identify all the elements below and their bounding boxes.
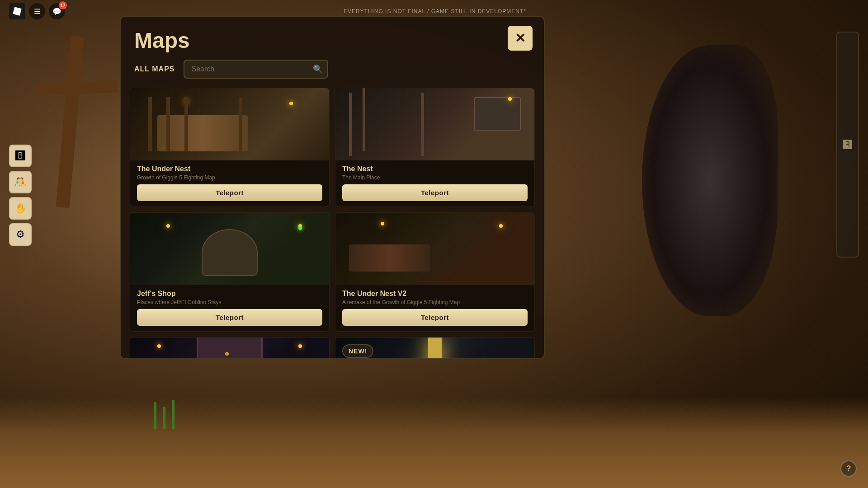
help-button[interactable]: ? [840,460,857,477]
map-info-nest: The Nest The Main Place. [335,160,534,184]
background-cross [36,36,127,217]
map-info-under-nest: The Under Nest Growth of Giggle 5 Fighti… [130,160,329,184]
teleport-button-under-nest[interactable]: Teleport [137,184,322,201]
maps-grid-container[interactable]: The Under Nest Growth of Giggle 5 Fighti… [121,85,544,358]
map-name-under-nest: The Under Nest [137,165,322,173]
notification-button[interactable]: 💬 17 [49,3,65,19]
sidebar-icon-hand[interactable]: ✋ [9,197,32,220]
lamp-light [166,224,170,228]
lamp-light-right [298,344,302,348]
map-desc-under-nest: Growth of Giggle 5 Fighting Map [137,174,322,181]
map-name-nest: The Nest [342,165,528,173]
map-desc-under-nest-v2: A remake of the Growth of Giggle 5 Fight… [342,299,528,305]
lamp-light [184,99,188,103]
search-input[interactable] [184,60,328,79]
map-thumbnail-jeffs-shop [130,213,329,285]
right-sidebar: 🅱 [836,32,859,258]
lamp-light [298,224,302,228]
map-thumbnail-nest [335,88,534,160]
close-button[interactable]: ✕ [508,26,533,51]
background-ground [0,398,868,488]
map-thumbnail-door [130,338,329,358]
lamp-light [381,222,384,225]
map-card-door [130,337,330,358]
top-left-icons: ☰ 💬 17 [9,3,65,19]
lamp-light [508,97,512,101]
svg-rect-0 [13,7,22,16]
left-sidebar: 🅱 🤼 ✋ ⚙ [9,145,32,246]
background-stake-3 [172,400,175,429]
modal-title: Maps [134,28,530,53]
map-info-under-nest-v2: The Under Nest V2 A remake of the Growth… [335,285,534,309]
map-card-nest: The Nest The Main Place. Teleport [335,88,535,207]
right-sidebar-icon: 🅱 [843,140,852,150]
search-container: 🔍 [184,60,328,79]
sidebar-icon-b[interactable]: 🅱 [9,145,32,167]
map-thumbnail-under-nest-v2 [335,213,534,285]
map-info-jeffs-shop: Jeff's Shop Places where Jeff/El Goblino… [130,285,329,309]
background-rock [642,45,778,316]
map-name-jeffs-shop: Jeff's Shop [137,290,322,298]
map-thumbnail-under-nest [130,88,329,160]
lamp-light [289,102,293,105]
new-badge: NEW! [342,344,373,358]
modal-subheader: ALL MAPS 🔍 [121,60,544,85]
sidebar-icon-settings[interactable]: ⚙ [9,223,32,246]
dev-notice: EVERYTHING IS NOT FINAL / GAME STILL IN … [344,8,526,14]
maps-modal: Maps ✕ ALL MAPS 🔍 The Under Nest Growth … [120,16,545,359]
roblox-logo[interactable] [9,3,25,19]
background-stake-1 [154,402,156,429]
map-card-under-nest-v2: The Under Nest V2 A remake of the Growth… [335,212,535,332]
search-icon: 🔍 [313,64,323,74]
background-stake-2 [163,407,165,429]
map-name-under-nest-v2: The Under Nest V2 [342,290,528,298]
map-desc-jeffs-shop: Places where Jeff/El Goblino Stays [137,299,322,305]
all-maps-label: ALL MAPS [134,65,175,73]
map-card-new: NEW! [335,337,535,358]
lamp-light [499,224,503,228]
map-desc-nest: The Main Place. [342,174,528,181]
sidebar-icon-fight[interactable]: 🤼 [9,171,32,193]
maps-grid: The Under Nest Growth of Giggle 5 Fighti… [130,88,535,358]
menu-button[interactable]: ☰ [29,3,45,19]
modal-header: Maps ✕ [121,17,544,60]
map-card-under-nest: The Under Nest Growth of Giggle 5 Fighti… [130,88,330,207]
notification-badge: 17 [59,1,67,9]
map-card-jeffs-shop: Jeff's Shop Places where Jeff/El Goblino… [130,212,330,332]
teleport-button-under-nest-v2[interactable]: Teleport [342,309,528,326]
teleport-button-nest[interactable]: Teleport [342,184,528,201]
lamp-light-left [157,344,161,348]
teleport-button-jeffs-shop[interactable]: Teleport [137,309,322,326]
